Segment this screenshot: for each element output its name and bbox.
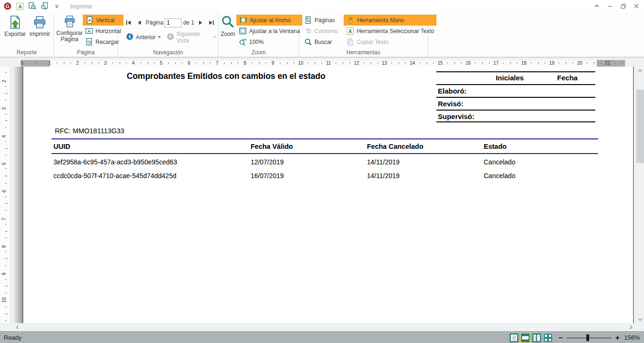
ruler-number: 8	[244, 60, 246, 67]
buscar-button[interactable]: Buscar	[302, 36, 340, 47]
portrait-page-icon: A	[86, 16, 94, 24]
horizontal-button[interactable]: A Horizontal	[83, 26, 123, 36]
ruler-tick	[5, 231, 8, 232]
ruler-number: 21	[605, 60, 610, 67]
fit-width-view-icon[interactable]	[520, 333, 531, 343]
superviso-row: Supervisó:	[436, 110, 595, 122]
horizontal-scrollbar[interactable]	[0, 323, 644, 331]
zoom-out-icon[interactable]	[40, 1, 49, 11]
page-count-label: de 1	[183, 19, 194, 26]
ruler-tick	[224, 62, 225, 64]
ruler-tick	[5, 183, 7, 183]
ribbon-group-herramientas: Páginas Contorno Buscar Herramie	[299, 12, 428, 57]
anterior-button[interactable]: Anterior	[124, 32, 163, 43]
document-viewport[interactable]: Comprobantes Emitidos con cambios en el …	[0, 67, 644, 323]
last-page-button[interactable]	[207, 18, 216, 27]
herramienta-seleccionar-texto-button[interactable]: A Herramienta Seleccionar Texto	[344, 26, 436, 36]
scroll-up-button[interactable]	[636, 67, 644, 75]
ruler-tick	[168, 62, 169, 64]
copiar-texto-button[interactable]: Copiar Texto	[344, 36, 436, 47]
table-cell: 14/11/2019	[365, 154, 482, 168]
ruler-number: 4	[132, 60, 135, 67]
ruler-tick	[238, 62, 238, 64]
ruler-tick	[182, 62, 183, 64]
first-page-button[interactable]	[124, 18, 133, 27]
ruler-tick	[5, 266, 7, 266]
quick-access-toolbar: G A	[0, 1, 61, 11]
fecha-column-header: Fecha	[546, 74, 589, 82]
ruler-tick	[419, 62, 420, 64]
qat-dropdown-icon[interactable]	[52, 1, 61, 11]
siguiente-vista-button[interactable]: Siguiente Vista	[165, 32, 218, 43]
zoom-slider-track[interactable]	[566, 334, 612, 341]
report-page[interactable]: Comprobantes Emitidos con cambios en el …	[23, 67, 634, 323]
ajustar-a-la-ventana-button[interactable]: Ajustar a la Ventana	[236, 26, 302, 36]
ruler-tick	[5, 210, 7, 211]
ajustar-al-ancho-button[interactable]: Ajustar al Ancho	[236, 15, 302, 26]
vertical-scroll-thumb[interactable]	[636, 90, 644, 163]
recargar-button[interactable]: Recargar	[83, 36, 123, 47]
scroll-down-button[interactable]	[636, 315, 644, 323]
ajustar-al-ancho-label: Ajustar al Ancho	[250, 17, 291, 24]
ruler-tick	[461, 62, 461, 64]
ruler-tick	[5, 93, 8, 94]
paginas-button[interactable]: Páginas	[302, 15, 340, 26]
minimize-button[interactable]	[603, 1, 617, 11]
zoom-slider-thumb[interactable]	[586, 334, 589, 341]
page-view-icon[interactable]	[509, 333, 519, 343]
ruler-tick	[364, 62, 364, 64]
report-table: UUIDFecha VálidoFecha CanceladoEstado 3e…	[52, 138, 598, 181]
close-button[interactable]	[630, 1, 643, 11]
zoom-in-slider-icon[interactable]	[615, 335, 620, 341]
zoom-out-slider-icon[interactable]	[558, 335, 564, 341]
app-logo-icon[interactable]: G	[3, 1, 12, 11]
ruler-tick	[231, 62, 232, 64]
ruler-tick	[5, 320, 7, 321]
zoom-100-button[interactable]: 100 100%	[236, 36, 302, 47]
copy-icon	[346, 38, 354, 46]
multi-page-view-icon[interactable]	[543, 333, 553, 343]
herramienta-mano-button[interactable]: Herramienta Mano	[344, 15, 436, 26]
two-page-view-icon[interactable]	[531, 333, 542, 343]
group-label-zoom: Zoom	[218, 49, 299, 56]
configurar-pagina-label: Configurar Página	[56, 30, 83, 43]
herramienta-seleccionar-texto-label: Herramienta Seleccionar Texto	[357, 28, 434, 34]
next-page-button[interactable]	[196, 18, 205, 27]
ruler-tick	[315, 62, 315, 64]
ruler-tick	[447, 62, 448, 64]
ruler-tick	[5, 155, 7, 155]
anterior-dropdown-icon[interactable]	[157, 36, 161, 38]
app-window: { "titlebar": { "title": "Imprimir" }, "…	[0, 0, 644, 343]
ruler-number: 18	[521, 60, 526, 67]
page-number-input[interactable]	[165, 18, 182, 27]
previous-page-button[interactable]	[135, 18, 144, 27]
restore-button[interactable]	[617, 1, 630, 11]
table-cell: Cancelado	[482, 154, 598, 168]
ruler-tick	[175, 62, 176, 64]
vertical-button[interactable]: A Vertical	[83, 15, 123, 26]
contorno-button[interactable]: Contorno	[302, 26, 340, 36]
select-text-icon[interactable]: A	[15, 1, 25, 11]
ruler-tick	[482, 62, 483, 64]
zoom-in-icon[interactable]	[27, 1, 37, 11]
contorno-label: Contorno	[314, 28, 338, 34]
ruler-tick	[600, 62, 601, 64]
ruler-tick	[252, 62, 252, 64]
ruler-tick	[503, 62, 504, 64]
vertical-ruler: 2345678910	[0, 67, 9, 323]
magnifier-icon	[220, 15, 235, 31]
table-cell: 16/07/2019	[249, 168, 365, 181]
ruler-tick	[615, 62, 615, 64]
ruler-number: 3	[104, 60, 107, 67]
ruler-number: 5	[160, 60, 163, 67]
scroll-right-button[interactable]	[626, 323, 635, 331]
ajustar-a-la-ventana-label: Ajustar a la Ventana	[249, 28, 300, 34]
ruler-tick	[433, 62, 434, 64]
zoom-button-label: Zoom	[221, 31, 235, 37]
ruler-number: 15	[437, 60, 443, 67]
scroll-left-button[interactable]	[13, 323, 22, 331]
vertical-scrollbar[interactable]	[635, 67, 644, 323]
collapse-ribbon-button[interactable]	[590, 1, 603, 11]
ruler-tick	[336, 62, 336, 64]
herramienta-mano-label: Herramienta Mano	[357, 17, 404, 24]
